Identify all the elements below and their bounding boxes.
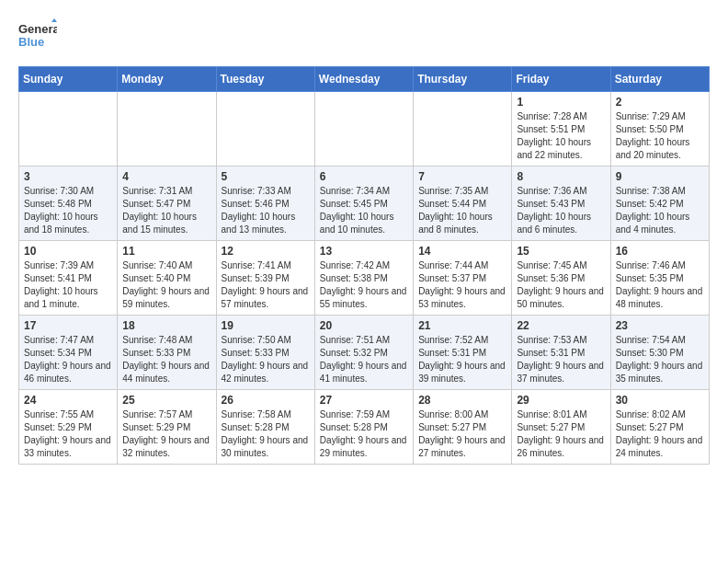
day-content: Sunrise: 7:53 AM Sunset: 5:31 PM Dayligh… (517, 334, 605, 385)
day-content: Sunrise: 7:34 AM Sunset: 5:45 PM Dayligh… (320, 185, 408, 236)
svg-marker-2 (51, 18, 57, 22)
calendar-cell (19, 92, 118, 167)
day-number: 21 (418, 319, 506, 332)
day-number: 3 (24, 170, 112, 183)
day-number: 23 (616, 319, 704, 332)
weekday-header-thursday: Thursday (414, 67, 512, 92)
day-number: 10 (24, 245, 112, 258)
day-number: 2 (616, 96, 704, 109)
day-content: Sunrise: 7:46 AM Sunset: 5:35 PM Dayligh… (616, 259, 704, 311)
day-content: Sunrise: 7:28 AM Sunset: 5:51 PM Dayligh… (517, 110, 605, 162)
day-content: Sunrise: 7:42 AM Sunset: 5:38 PM Dayligh… (320, 259, 408, 311)
calendar-cell: 15Sunrise: 7:45 AM Sunset: 5:36 PM Dayli… (512, 241, 610, 316)
day-content: Sunrise: 7:45 AM Sunset: 5:36 PM Dayligh… (517, 259, 605, 311)
calendar-cell: 21Sunrise: 7:52 AM Sunset: 5:31 PM Dayli… (414, 316, 512, 390)
calendar-cell: 9Sunrise: 7:38 AM Sunset: 5:42 PM Daylig… (610, 167, 709, 241)
calendar-cell: 27Sunrise: 7:59 AM Sunset: 5:28 PM Dayli… (314, 390, 413, 465)
calendar-cell: 14Sunrise: 7:44 AM Sunset: 5:37 PM Dayli… (414, 241, 512, 316)
calendar-week-1: 1Sunrise: 7:28 AM Sunset: 5:51 PM Daylig… (19, 92, 710, 167)
day-content: Sunrise: 7:58 AM Sunset: 5:28 PM Dayligh… (222, 408, 310, 460)
page-header: General Blue (18, 18, 710, 52)
calendar-cell (118, 92, 216, 167)
calendar-cell: 16Sunrise: 7:46 AM Sunset: 5:35 PM Dayli… (610, 241, 709, 316)
day-number: 24 (24, 394, 112, 407)
calendar-table: SundayMondayTuesdayWednesdayThursdayFrid… (18, 66, 710, 465)
calendar-cell: 7Sunrise: 7:35 AM Sunset: 5:44 PM Daylig… (414, 167, 512, 241)
weekday-header-friday: Friday (512, 67, 610, 92)
svg-text:General: General (18, 22, 57, 36)
day-number: 15 (517, 245, 605, 258)
calendar-cell (216, 92, 314, 167)
day-number: 11 (122, 245, 210, 258)
day-content: Sunrise: 7:44 AM Sunset: 5:37 PM Dayligh… (418, 259, 506, 311)
day-content: Sunrise: 7:31 AM Sunset: 5:47 PM Dayligh… (122, 185, 210, 236)
calendar-cell: 20Sunrise: 7:51 AM Sunset: 5:32 PM Dayli… (314, 316, 413, 390)
calendar-week-5: 24Sunrise: 7:55 AM Sunset: 5:29 PM Dayli… (19, 390, 710, 465)
day-content: Sunrise: 7:35 AM Sunset: 5:44 PM Dayligh… (418, 185, 506, 236)
day-number: 29 (517, 394, 605, 407)
day-content: Sunrise: 7:41 AM Sunset: 5:39 PM Dayligh… (222, 259, 310, 311)
calendar-week-3: 10Sunrise: 7:39 AM Sunset: 5:41 PM Dayli… (19, 241, 710, 316)
weekday-header-tuesday: Tuesday (216, 67, 314, 92)
calendar-cell: 22Sunrise: 7:53 AM Sunset: 5:31 PM Dayli… (512, 316, 610, 390)
day-number: 14 (418, 245, 506, 258)
day-number: 13 (320, 245, 408, 258)
calendar-cell: 23Sunrise: 7:54 AM Sunset: 5:30 PM Dayli… (610, 316, 709, 390)
day-content: Sunrise: 8:02 AM Sunset: 5:27 PM Dayligh… (616, 408, 704, 460)
day-content: Sunrise: 7:38 AM Sunset: 5:42 PM Dayligh… (616, 185, 704, 236)
day-number: 18 (122, 319, 210, 332)
day-number: 5 (222, 170, 310, 183)
day-number: 19 (222, 319, 310, 332)
logo: General Blue (18, 18, 57, 52)
day-content: Sunrise: 7:59 AM Sunset: 5:28 PM Dayligh… (320, 408, 408, 460)
calendar-cell: 6Sunrise: 7:34 AM Sunset: 5:45 PM Daylig… (314, 167, 413, 241)
calendar-cell: 11Sunrise: 7:40 AM Sunset: 5:40 PM Dayli… (118, 241, 216, 316)
day-content: Sunrise: 7:40 AM Sunset: 5:40 PM Dayligh… (122, 259, 210, 311)
calendar-cell: 25Sunrise: 7:57 AM Sunset: 5:29 PM Dayli… (118, 390, 216, 465)
svg-text:Blue: Blue (18, 35, 44, 49)
day-content: Sunrise: 7:47 AM Sunset: 5:34 PM Dayligh… (24, 334, 112, 385)
day-number: 9 (616, 170, 704, 183)
day-content: Sunrise: 7:54 AM Sunset: 5:30 PM Dayligh… (616, 334, 704, 385)
day-number: 4 (122, 170, 210, 183)
calendar-cell: 13Sunrise: 7:42 AM Sunset: 5:38 PM Dayli… (314, 241, 413, 316)
day-number: 20 (320, 319, 408, 332)
weekday-header-sunday: Sunday (19, 67, 118, 92)
day-number: 7 (418, 170, 506, 183)
calendar-cell: 8Sunrise: 7:36 AM Sunset: 5:43 PM Daylig… (512, 167, 610, 241)
day-content: Sunrise: 7:51 AM Sunset: 5:32 PM Dayligh… (320, 334, 408, 385)
day-number: 16 (616, 245, 704, 258)
day-content: Sunrise: 7:33 AM Sunset: 5:46 PM Dayligh… (222, 185, 310, 236)
calendar-week-4: 17Sunrise: 7:47 AM Sunset: 5:34 PM Dayli… (19, 316, 710, 390)
day-content: Sunrise: 8:01 AM Sunset: 5:27 PM Dayligh… (517, 408, 605, 460)
calendar-week-2: 3Sunrise: 7:30 AM Sunset: 5:48 PM Daylig… (19, 167, 710, 241)
calendar-cell: 24Sunrise: 7:55 AM Sunset: 5:29 PM Dayli… (19, 390, 118, 465)
day-content: Sunrise: 7:29 AM Sunset: 5:50 PM Dayligh… (616, 110, 704, 162)
calendar-cell: 26Sunrise: 7:58 AM Sunset: 5:28 PM Dayli… (216, 390, 314, 465)
calendar-cell: 5Sunrise: 7:33 AM Sunset: 5:46 PM Daylig… (216, 167, 314, 241)
calendar-cell: 12Sunrise: 7:41 AM Sunset: 5:39 PM Dayli… (216, 241, 314, 316)
day-number: 22 (517, 319, 605, 332)
day-content: Sunrise: 7:52 AM Sunset: 5:31 PM Dayligh… (418, 334, 506, 385)
calendar-cell: 29Sunrise: 8:01 AM Sunset: 5:27 PM Dayli… (512, 390, 610, 465)
day-number: 28 (418, 394, 506, 407)
day-number: 25 (122, 394, 210, 407)
day-number: 30 (616, 394, 704, 407)
calendar-cell (314, 92, 413, 167)
calendar-cell (414, 92, 512, 167)
day-content: Sunrise: 7:55 AM Sunset: 5:29 PM Dayligh… (24, 408, 112, 460)
calendar-cell: 18Sunrise: 7:48 AM Sunset: 5:33 PM Dayli… (118, 316, 216, 390)
calendar-cell: 3Sunrise: 7:30 AM Sunset: 5:48 PM Daylig… (19, 167, 118, 241)
calendar-cell: 17Sunrise: 7:47 AM Sunset: 5:34 PM Dayli… (19, 316, 118, 390)
weekday-header-wednesday: Wednesday (314, 67, 413, 92)
day-number: 12 (222, 245, 310, 258)
calendar-cell: 1Sunrise: 7:28 AM Sunset: 5:51 PM Daylig… (512, 92, 610, 167)
day-content: Sunrise: 7:50 AM Sunset: 5:33 PM Dayligh… (222, 334, 310, 385)
weekday-header-saturday: Saturday (610, 67, 709, 92)
calendar-cell: 28Sunrise: 8:00 AM Sunset: 5:27 PM Dayli… (414, 390, 512, 465)
day-content: Sunrise: 7:57 AM Sunset: 5:29 PM Dayligh… (122, 408, 210, 460)
day-content: Sunrise: 8:00 AM Sunset: 5:27 PM Dayligh… (418, 408, 506, 460)
logo-svg: General Blue (18, 18, 57, 52)
day-content: Sunrise: 7:39 AM Sunset: 5:41 PM Dayligh… (24, 259, 112, 311)
day-number: 17 (24, 319, 112, 332)
